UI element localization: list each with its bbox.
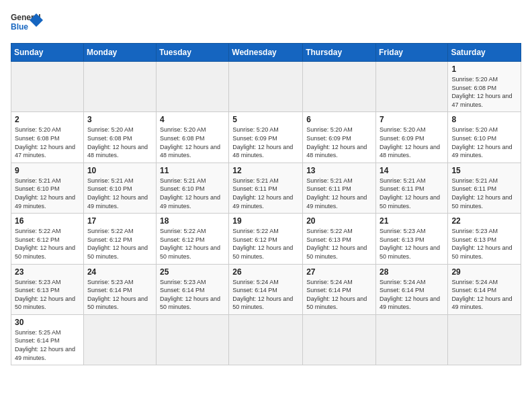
calendar-cell: 10Sunrise: 5:21 AM Sunset: 6:10 PM Dayli… xyxy=(83,163,156,213)
day-number: 24 xyxy=(87,267,152,277)
day-info: Sunrise: 5:22 AM Sunset: 6:12 PM Dayligh… xyxy=(160,227,225,261)
day-number: 25 xyxy=(160,267,225,277)
day-number: 1 xyxy=(451,64,517,74)
calendar-cell: 5Sunrise: 5:20 AM Sunset: 6:09 PM Daylig… xyxy=(229,112,303,163)
day-info: Sunrise: 5:20 AM Sunset: 6:10 PM Dayligh… xyxy=(451,126,517,159)
day-number: 20 xyxy=(306,216,372,226)
calendar-cell: 2Sunrise: 5:20 AM Sunset: 6:08 PM Daylig… xyxy=(11,112,84,163)
day-info: Sunrise: 5:24 AM Sunset: 6:14 PM Dayligh… xyxy=(232,278,299,312)
svg-text:Blue: Blue xyxy=(11,22,28,32)
header: GeneralBlue xyxy=(11,11,521,36)
day-number: 8 xyxy=(451,115,517,124)
calendar-cell xyxy=(448,314,521,365)
day-number: 26 xyxy=(232,267,299,277)
calendar-cell: 27Sunrise: 5:24 AM Sunset: 6:14 PM Dayli… xyxy=(303,264,376,314)
calendar-cell xyxy=(83,62,156,112)
calendar-cell: 1Sunrise: 5:20 AM Sunset: 6:08 PM Daylig… xyxy=(448,62,521,112)
day-info: Sunrise: 5:21 AM Sunset: 6:11 PM Dayligh… xyxy=(232,177,299,210)
calendar-cell xyxy=(11,62,84,112)
logo-svg: GeneralBlue xyxy=(11,11,44,36)
day-number: 19 xyxy=(232,216,299,226)
day-number: 4 xyxy=(160,115,225,124)
calendar-cell: 20Sunrise: 5:22 AM Sunset: 6:13 PM Dayli… xyxy=(303,214,376,264)
day-info: Sunrise: 5:24 AM Sunset: 6:14 PM Dayligh… xyxy=(306,278,372,312)
calendar-cell xyxy=(375,314,447,365)
logo: GeneralBlue xyxy=(11,11,44,36)
calendar-cell: 4Sunrise: 5:20 AM Sunset: 6:08 PM Daylig… xyxy=(157,112,229,163)
day-number: 17 xyxy=(87,216,152,226)
day-number: 12 xyxy=(232,166,299,175)
calendar-cell: 26Sunrise: 5:24 AM Sunset: 6:14 PM Dayli… xyxy=(229,264,303,314)
calendar-cell: 23Sunrise: 5:23 AM Sunset: 6:13 PM Dayli… xyxy=(11,264,84,314)
day-info: Sunrise: 5:23 AM Sunset: 6:13 PM Dayligh… xyxy=(451,227,517,261)
weekday-header-sunday: Sunday xyxy=(11,44,84,62)
calendar-cell xyxy=(303,62,376,112)
day-number: 13 xyxy=(306,166,372,175)
calendar-cell: 9Sunrise: 5:21 AM Sunset: 6:10 PM Daylig… xyxy=(11,163,84,213)
day-info: Sunrise: 5:21 AM Sunset: 6:10 PM Dayligh… xyxy=(87,177,152,210)
day-info: Sunrise: 5:21 AM Sunset: 6:10 PM Dayligh… xyxy=(160,177,225,210)
calendar-cell: 29Sunrise: 5:24 AM Sunset: 6:14 PM Dayli… xyxy=(448,264,521,314)
day-number: 6 xyxy=(306,115,372,124)
calendar-cell: 17Sunrise: 5:22 AM Sunset: 6:12 PM Dayli… xyxy=(83,214,156,264)
day-number: 18 xyxy=(160,216,225,226)
day-info: Sunrise: 5:21 AM Sunset: 6:11 PM Dayligh… xyxy=(380,177,444,210)
day-info: Sunrise: 5:24 AM Sunset: 6:14 PM Dayligh… xyxy=(451,278,517,312)
calendar-cell: 8Sunrise: 5:20 AM Sunset: 6:10 PM Daylig… xyxy=(448,112,521,163)
day-info: Sunrise: 5:20 AM Sunset: 6:08 PM Dayligh… xyxy=(87,126,152,159)
calendar-cell: 16Sunrise: 5:22 AM Sunset: 6:12 PM Dayli… xyxy=(11,214,84,264)
day-info: Sunrise: 5:20 AM Sunset: 6:09 PM Dayligh… xyxy=(306,126,372,159)
calendar-cell: 3Sunrise: 5:20 AM Sunset: 6:08 PM Daylig… xyxy=(83,112,156,163)
day-number: 7 xyxy=(380,115,444,124)
calendar-cell: 15Sunrise: 5:21 AM Sunset: 6:11 PM Dayli… xyxy=(448,163,521,213)
day-number: 15 xyxy=(451,166,517,175)
calendar-cell: 19Sunrise: 5:22 AM Sunset: 6:12 PM Dayli… xyxy=(229,214,303,264)
day-number: 22 xyxy=(451,216,517,226)
day-number: 30 xyxy=(15,318,80,327)
calendar-cell: 30Sunrise: 5:25 AM Sunset: 6:14 PM Dayli… xyxy=(11,314,84,365)
calendar-week-row: 2Sunrise: 5:20 AM Sunset: 6:08 PM Daylig… xyxy=(11,112,521,163)
calendar-week-row: 23Sunrise: 5:23 AM Sunset: 6:13 PM Dayli… xyxy=(11,264,521,314)
day-number: 3 xyxy=(87,115,152,124)
weekday-header-monday: Monday xyxy=(83,44,156,62)
calendar-week-row: 30Sunrise: 5:25 AM Sunset: 6:14 PM Dayli… xyxy=(11,314,521,365)
day-info: Sunrise: 5:21 AM Sunset: 6:11 PM Dayligh… xyxy=(451,177,517,210)
day-number: 2 xyxy=(15,115,80,124)
day-info: Sunrise: 5:22 AM Sunset: 6:12 PM Dayligh… xyxy=(87,227,152,261)
calendar-cell xyxy=(157,62,229,112)
calendar-week-row: 16Sunrise: 5:22 AM Sunset: 6:12 PM Dayli… xyxy=(11,214,521,264)
day-info: Sunrise: 5:24 AM Sunset: 6:14 PM Dayligh… xyxy=(380,278,444,312)
calendar-cell xyxy=(157,314,229,365)
calendar-cell: 24Sunrise: 5:23 AM Sunset: 6:14 PM Dayli… xyxy=(83,264,156,314)
calendar-cell xyxy=(375,62,447,112)
calendar-cell xyxy=(83,314,156,365)
day-info: Sunrise: 5:25 AM Sunset: 6:14 PM Dayligh… xyxy=(15,328,80,362)
day-number: 29 xyxy=(451,267,517,277)
day-info: Sunrise: 5:22 AM Sunset: 6:12 PM Dayligh… xyxy=(15,227,80,261)
day-info: Sunrise: 5:23 AM Sunset: 6:13 PM Dayligh… xyxy=(15,278,80,312)
day-info: Sunrise: 5:21 AM Sunset: 6:10 PM Dayligh… xyxy=(15,177,80,210)
calendar-cell: 28Sunrise: 5:24 AM Sunset: 6:14 PM Dayli… xyxy=(375,264,447,314)
day-number: 14 xyxy=(380,166,444,175)
weekday-header-wednesday: Wednesday xyxy=(229,44,303,62)
day-number: 9 xyxy=(15,166,80,175)
calendar-cell: 12Sunrise: 5:21 AM Sunset: 6:11 PM Dayli… xyxy=(229,163,303,213)
day-info: Sunrise: 5:20 AM Sunset: 6:08 PM Dayligh… xyxy=(15,126,80,159)
calendar-cell xyxy=(303,314,376,365)
day-info: Sunrise: 5:20 AM Sunset: 6:09 PM Dayligh… xyxy=(232,126,299,159)
day-info: Sunrise: 5:20 AM Sunset: 6:09 PM Dayligh… xyxy=(380,126,444,159)
calendar-table: SundayMondayTuesdayWednesdayThursdayFrid… xyxy=(11,43,521,365)
calendar-cell: 6Sunrise: 5:20 AM Sunset: 6:09 PM Daylig… xyxy=(303,112,376,163)
day-info: Sunrise: 5:23 AM Sunset: 6:13 PM Dayligh… xyxy=(380,227,444,261)
day-info: Sunrise: 5:22 AM Sunset: 6:13 PM Dayligh… xyxy=(306,227,372,261)
calendar-cell: 22Sunrise: 5:23 AM Sunset: 6:13 PM Dayli… xyxy=(448,214,521,264)
day-number: 10 xyxy=(87,166,152,175)
calendar-cell: 21Sunrise: 5:23 AM Sunset: 6:13 PM Dayli… xyxy=(375,214,447,264)
calendar-week-row: 9Sunrise: 5:21 AM Sunset: 6:10 PM Daylig… xyxy=(11,163,521,213)
calendar-cell: 25Sunrise: 5:23 AM Sunset: 6:14 PM Dayli… xyxy=(157,264,229,314)
day-number: 23 xyxy=(15,267,80,277)
calendar-cell: 11Sunrise: 5:21 AM Sunset: 6:10 PM Dayli… xyxy=(157,163,229,213)
day-info: Sunrise: 5:23 AM Sunset: 6:14 PM Dayligh… xyxy=(87,278,152,312)
weekday-header-row: SundayMondayTuesdayWednesdayThursdayFrid… xyxy=(11,44,521,62)
day-info: Sunrise: 5:22 AM Sunset: 6:12 PM Dayligh… xyxy=(232,227,299,261)
